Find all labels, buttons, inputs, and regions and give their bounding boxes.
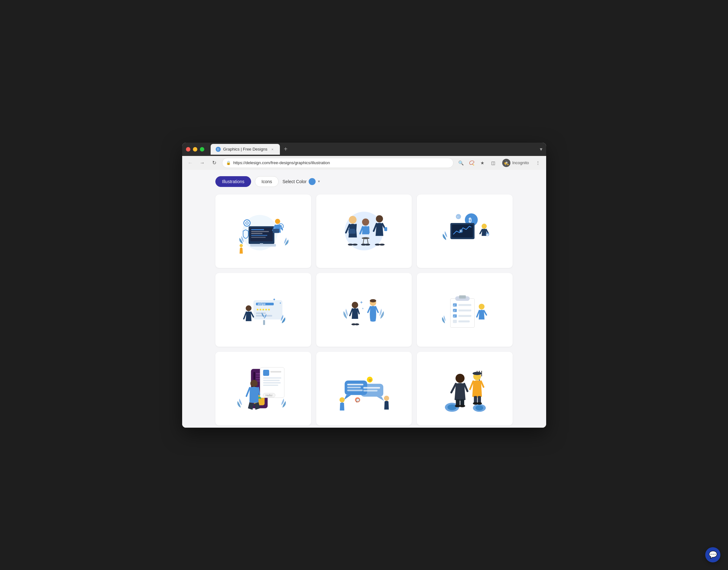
svg-rect-124 [474, 372, 479, 375]
forward-button[interactable]: → [198, 159, 207, 167]
svg-rect-68 [458, 310, 471, 312]
forward-icon: → [200, 160, 205, 166]
svg-text:Hello!: Hello! [266, 394, 273, 397]
illustration-card-stripe[interactable]: stripe ★★★★★ [216, 273, 311, 347]
lock-icon: 🔒 [226, 161, 231, 165]
cast-icon-button[interactable]: 📿 [467, 159, 476, 167]
svg-point-30 [375, 244, 380, 246]
svg-rect-47 [256, 312, 266, 314]
svg-text:▶: ▶ [486, 234, 488, 236]
maximize-window-button[interactable] [200, 147, 204, 152]
svg-text:✦: ✦ [361, 307, 364, 311]
traffic-lights [186, 147, 204, 152]
svg-rect-89 [263, 377, 282, 379]
illustration-card-team-meeting[interactable] [316, 195, 412, 268]
back-button[interactable]: ← [186, 159, 195, 167]
tab-title: Graphics | Free Designs [223, 147, 268, 152]
color-selector[interactable]: Select Color ▼ [282, 178, 320, 185]
svg-point-128 [476, 402, 482, 404]
svg-rect-3 [252, 229, 264, 230]
svg-rect-60 [450, 299, 474, 328]
svg-rect-88 [270, 371, 282, 373]
svg-rect-19 [349, 229, 355, 234]
svg-rect-99 [347, 386, 361, 388]
cast-icon: 📿 [469, 161, 474, 166]
tab-close-button[interactable]: × [270, 147, 275, 152]
illustration-card-tech-workspace[interactable] [216, 195, 311, 268]
filter-bar: Illustrations Icons Select Color ▼ [216, 176, 512, 187]
reload-icon: ↻ [212, 160, 216, 166]
new-tab-button[interactable]: + [281, 145, 290, 154]
address-bar-actions: 🔍 📿 ★ ◫ 🕵 Incognito ⋮ [457, 158, 542, 168]
svg-rect-125 [474, 396, 477, 403]
svg-point-31 [379, 244, 385, 246]
illustration-card-proposal[interactable]: ✦ ✦ [316, 273, 412, 347]
active-tab[interactable]: D Graphics | Free Designs × [211, 144, 280, 155]
svg-point-121 [459, 404, 465, 407]
svg-point-18 [349, 216, 356, 224]
svg-point-55 [370, 299, 376, 302]
illustration-card-slack-developer[interactable]: Hello! [216, 352, 311, 425]
svg-point-27 [352, 244, 357, 246]
minimize-window-button[interactable] [193, 147, 197, 152]
svg-point-26 [348, 244, 353, 246]
illustration-card-farmers[interactable] [417, 352, 512, 425]
illustration-card-chat[interactable]: 😊 💬 [316, 352, 412, 425]
page-content: Illustrations Icons Select Color ▼ [182, 170, 546, 428]
svg-point-29 [365, 244, 370, 246]
svg-rect-11 [273, 229, 279, 233]
incognito-button[interactable]: 🕵 Incognito [500, 158, 531, 168]
incognito-label: Incognito [512, 161, 529, 165]
svg-point-10 [275, 219, 280, 224]
color-selector-label: Select Color [282, 179, 306, 184]
title-bar: D Graphics | Free Designs × + ▾ [182, 142, 546, 156]
search-icon-button[interactable]: 🔍 [457, 159, 465, 167]
svg-rect-9 [260, 244, 263, 245]
svg-rect-73 [458, 320, 470, 322]
svg-rect-4 [252, 231, 269, 232]
svg-rect-7 [252, 237, 266, 238]
svg-rect-6 [252, 235, 268, 236]
svg-text:✓: ✓ [453, 304, 456, 307]
svg-point-57 [355, 323, 359, 325]
split-view-button[interactable]: ◫ [489, 159, 498, 167]
svg-rect-91 [263, 382, 281, 383]
svg-text:✓: ✓ [453, 309, 456, 312]
menu-button[interactable]: ⋮ [533, 159, 542, 167]
svg-text:★★★★★: ★★★★★ [256, 308, 270, 311]
svg-rect-62 [459, 295, 465, 299]
bookmark-icon-button[interactable]: ★ [478, 159, 487, 167]
tab-dropdown-button[interactable]: ▾ [540, 146, 542, 152]
svg-rect-25 [384, 227, 387, 231]
svg-rect-92 [263, 385, 278, 386]
svg-rect-71 [458, 315, 471, 317]
svg-text:✦: ✦ [273, 297, 276, 302]
svg-rect-48 [256, 315, 272, 317]
svg-text:+: + [457, 216, 458, 219]
address-bar-input[interactable]: 🔒 https://delesign.com/free-designs/grap… [222, 158, 453, 168]
svg-rect-72 [453, 320, 457, 323]
page-inner: Illustrations Icons Select Color ▼ [206, 170, 522, 428]
illustrations-filter-button[interactable]: Illustrations [216, 176, 251, 187]
reload-button[interactable]: ↻ [210, 159, 219, 167]
url-text: https://delesign.com/free-designs/graphi… [234, 161, 449, 165]
svg-point-95 [251, 380, 258, 387]
split-icon: ◫ [491, 161, 495, 166]
illustrations-grid: ₿ [216, 195, 512, 425]
svg-point-74 [478, 304, 484, 309]
svg-point-49 [246, 305, 252, 311]
color-dropdown-arrow: ▼ [318, 180, 321, 183]
svg-rect-102 [363, 390, 378, 391]
svg-point-107 [340, 397, 345, 402]
illustration-card-checklist[interactable]: ✓ ✓ ✓ [417, 273, 512, 347]
illustration-card-crypto[interactable]: ₿ [417, 195, 512, 268]
svg-point-114 [447, 404, 457, 410]
svg-point-116 [475, 405, 483, 410]
icons-filter-button[interactable]: Icons [255, 176, 279, 187]
svg-rect-98 [347, 384, 363, 385]
svg-rect-90 [263, 380, 280, 381]
svg-text:✦: ✦ [360, 300, 363, 305]
search-icon: 🔍 [458, 161, 464, 166]
close-window-button[interactable] [186, 147, 191, 152]
svg-point-16 [240, 244, 243, 247]
